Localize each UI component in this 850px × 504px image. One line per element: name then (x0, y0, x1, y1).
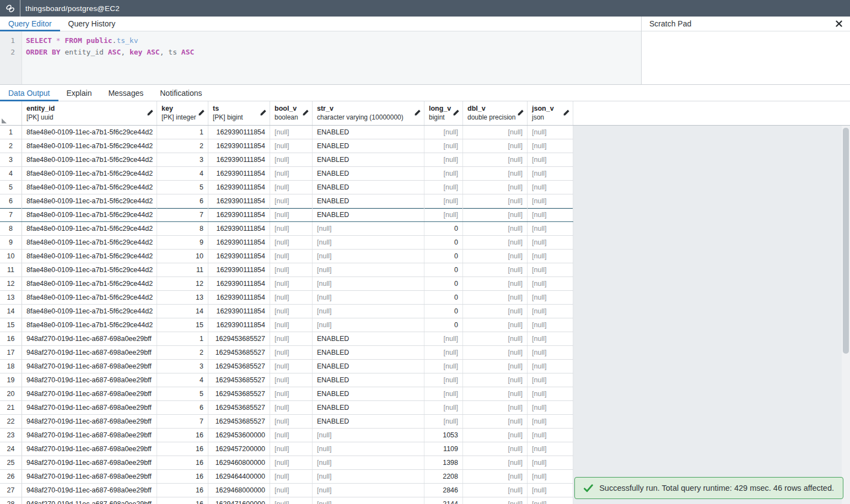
edit-column-icon[interactable] (563, 109, 570, 118)
edit-column-icon[interactable] (147, 109, 154, 118)
cell-key[interactable]: 9 (157, 236, 208, 249)
cell-long_v[interactable]: [null] (424, 401, 463, 414)
cell-entity_id[interactable]: 948af270-019d-11ec-a687-698a0ee29bff (22, 484, 157, 497)
column-header-ts[interactable]: ts[PK] bigint (208, 101, 270, 125)
edit-column-icon[interactable] (198, 109, 205, 118)
cell-ts[interactable]: 1629464400000 (208, 470, 270, 483)
cell-str_v[interactable]: [null] (313, 305, 424, 318)
cell-long_v[interactable]: [null] (424, 153, 463, 166)
cell-bool_v[interactable]: [null] (270, 194, 313, 208)
row-number[interactable]: 25 (0, 456, 22, 469)
cell-str_v[interactable]: ENABLED (313, 181, 424, 194)
cell-json_v[interactable]: [null] (528, 126, 573, 139)
cell-entity_id[interactable]: 948af270-019d-11ec-a687-698a0ee29bff (22, 373, 157, 387)
cell-ts[interactable]: 1629453685527 (208, 360, 270, 373)
cell-long_v[interactable]: [null] (424, 387, 463, 400)
cell-str_v[interactable]: [null] (313, 236, 424, 249)
cell-long_v[interactable]: 1109 (424, 442, 463, 456)
cell-entity_id[interactable]: 948af270-019d-11ec-a687-698a0ee29bff (22, 429, 157, 442)
row-number[interactable]: 2 (0, 139, 22, 153)
cell-json_v[interactable]: [null] (528, 236, 573, 249)
row-number[interactable]: 15 (0, 318, 22, 332)
cell-ts[interactable]: 1629390111854 (208, 318, 270, 332)
row-number[interactable]: 12 (0, 277, 22, 290)
edit-column-icon[interactable] (302, 109, 309, 118)
cell-long_v[interactable]: 0 (424, 318, 463, 332)
cell-json_v[interactable]: [null] (528, 139, 573, 153)
cell-bool_v[interactable]: [null] (270, 415, 313, 428)
cell-json_v[interactable]: [null] (528, 318, 573, 332)
cell-bool_v[interactable]: [null] (270, 318, 313, 332)
cell-long_v[interactable]: 0 (424, 222, 463, 235)
row-number[interactable]: 23 (0, 429, 22, 442)
cell-long_v[interactable]: 2846 (424, 484, 463, 497)
cell-entity_id[interactable]: 8fae48e0-0109-11ec-a7b1-5f6c29ce44d2 (22, 181, 157, 194)
cell-ts[interactable]: 1629457200000 (208, 442, 270, 456)
cell-entity_id[interactable]: 948af270-019d-11ec-a687-698a0ee29bff (22, 360, 157, 373)
column-header-long_v[interactable]: long_vbigint (424, 101, 463, 125)
cell-bool_v[interactable]: [null] (270, 305, 313, 318)
cell-str_v[interactable]: [null] (313, 497, 424, 504)
cell-long_v[interactable]: 0 (424, 291, 463, 304)
cell-dbl_v[interactable]: [null] (463, 332, 528, 345)
cell-dbl_v[interactable]: [null] (463, 415, 528, 428)
cell-dbl_v[interactable]: [null] (463, 429, 528, 442)
cell-bool_v[interactable]: [null] (270, 373, 313, 387)
cell-bool_v[interactable]: [null] (270, 442, 313, 456)
sql-code-area[interactable]: SELECT * FROM public.ts_kvORDER BY entit… (22, 31, 194, 84)
cell-dbl_v[interactable]: [null] (463, 318, 528, 332)
cell-entity_id[interactable]: 8fae48e0-0109-11ec-a7b1-5f6c29ce44d2 (22, 291, 157, 304)
scrollbar-thumb[interactable] (843, 128, 849, 354)
cell-key[interactable]: 11 (157, 263, 208, 277)
cell-json_v[interactable]: [null] (528, 415, 573, 428)
column-header-dbl_v[interactable]: dbl_vdouble precision (463, 101, 528, 125)
cell-str_v[interactable]: [null] (313, 263, 424, 277)
row-number[interactable]: 9 (0, 236, 22, 249)
cell-long_v[interactable]: 1398 (424, 456, 463, 469)
cell-dbl_v[interactable]: [null] (463, 484, 528, 497)
cell-long_v[interactable]: [null] (424, 194, 463, 208)
cell-ts[interactable]: 1629390111854 (208, 305, 270, 318)
cell-json_v[interactable]: [null] (528, 360, 573, 373)
cell-ts[interactable]: 1629390111854 (208, 263, 270, 277)
cell-ts[interactable]: 1629390111854 (208, 181, 270, 194)
vertical-scrollbar[interactable] (842, 126, 850, 504)
cell-key[interactable]: 4 (157, 373, 208, 387)
cell-str_v[interactable]: ENABLED (313, 153, 424, 166)
cell-key[interactable]: 16 (157, 442, 208, 456)
cell-json_v[interactable]: [null] (528, 153, 573, 166)
cell-bool_v[interactable]: [null] (270, 291, 313, 304)
row-number[interactable]: 1 (0, 126, 22, 139)
row-number[interactable]: 14 (0, 305, 22, 318)
cell-bool_v[interactable]: [null] (270, 401, 313, 414)
cell-entity_id[interactable]: 948af270-019d-11ec-a687-698a0ee29bff (22, 456, 157, 469)
cell-ts[interactable]: 1629390111854 (208, 222, 270, 235)
cell-bool_v[interactable]: [null] (270, 139, 313, 153)
cell-str_v[interactable]: ENABLED (313, 346, 424, 359)
cell-dbl_v[interactable]: [null] (463, 305, 528, 318)
cell-str_v[interactable]: [null] (313, 456, 424, 469)
cell-str_v[interactable]: ENABLED (313, 373, 424, 387)
cell-json_v[interactable]: [null] (528, 181, 573, 194)
cell-long_v[interactable]: [null] (424, 332, 463, 345)
cell-bool_v[interactable]: [null] (270, 497, 313, 504)
cell-long_v[interactable]: 0 (424, 305, 463, 318)
cell-json_v[interactable]: [null] (528, 263, 573, 277)
cell-str_v[interactable]: [null] (313, 318, 424, 332)
cell-key[interactable]: 13 (157, 291, 208, 304)
row-number[interactable]: 4 (0, 167, 22, 180)
cell-key[interactable]: 7 (157, 415, 208, 428)
cell-key[interactable]: 4 (157, 167, 208, 180)
row-number[interactable]: 11 (0, 263, 22, 277)
cell-dbl_v[interactable]: [null] (463, 373, 528, 387)
cell-dbl_v[interactable]: [null] (463, 153, 528, 166)
cell-entity_id[interactable]: 8fae48e0-0109-11ec-a7b1-5f6c29ce44d2 (22, 139, 157, 153)
cell-ts[interactable]: 1629453685527 (208, 401, 270, 414)
cell-ts[interactable]: 1629453685527 (208, 373, 270, 387)
row-number[interactable]: 18 (0, 360, 22, 373)
sql-line[interactable]: SELECT * FROM public.ts_kv (26, 35, 194, 46)
row-number[interactable]: 27 (0, 484, 22, 497)
cell-entity_id[interactable]: 8fae48e0-0109-11ec-a7b1-5f6c29ce44d2 (22, 277, 157, 290)
cell-key[interactable]: 16 (157, 484, 208, 497)
cell-key[interactable]: 1 (157, 332, 208, 345)
